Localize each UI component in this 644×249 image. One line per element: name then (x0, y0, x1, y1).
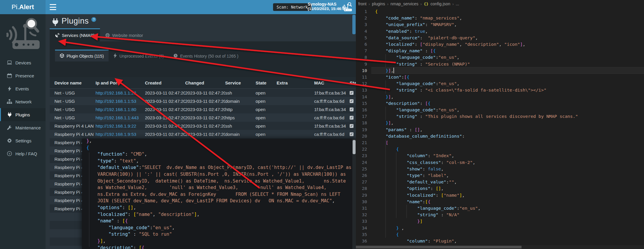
editor-code-line: "default_value":"", (375, 179, 457, 185)
breadcrumb-more[interactable]: ... (456, 1, 459, 6)
sidebar-item-maintenance[interactable]: Maintenance (0, 121, 46, 134)
table-row[interactable]: Net - USGhttp://192.168.1.1:4432023-03-1… (50, 113, 356, 122)
status-cell[interactable]: ✓ (350, 91, 356, 95)
column-header-created[interactable]: Created (145, 80, 185, 85)
column-header-status[interactable]: Status (350, 80, 356, 85)
globe-icon (105, 33, 110, 38)
indent-guide (406, 205, 407, 218)
breadcrumb-item[interactable]: nmap_services (390, 1, 418, 6)
editor-current-line-highlight (371, 67, 644, 74)
table-row[interactable]: Net - USGhttp://192.168.1.1:802023-03-11… (50, 105, 356, 113)
ip-port-link[interactable]: http://192.168.1.1:53 (96, 99, 136, 104)
gear-icon (7, 138, 12, 143)
tab-services-nmap[interactable]: Services (NMAP) (50, 28, 100, 41)
sidebar-item-presence[interactable]: Presence (0, 69, 46, 82)
status-checkbox[interactable]: ✓ (350, 132, 354, 136)
indent-guide (385, 80, 386, 94)
column-header-device-name[interactable]: Device name (54, 80, 96, 85)
subtab-events-history-50-out-of-1265[interactable]: Events History (50 out of 1265 ) (169, 50, 243, 61)
question-icon: ? (7, 151, 12, 156)
table-row[interactable]: Raspberry Pi 4 LANhttp://192.168.1.9:532… (50, 130, 356, 138)
hamburger-menu-icon[interactable] (50, 4, 56, 10)
column-header-changed[interactable]: Changed (185, 80, 225, 85)
column-header-service[interactable]: Service (225, 80, 256, 85)
editor-code-line: "database_column_definitions": (375, 133, 465, 140)
status-checkbox[interactable]: ✓ (350, 99, 354, 103)
column-header-ip-and-port[interactable]: Ip and Port (96, 80, 145, 85)
breadcrumb[interactable]: front›plugins›nmap_services›{}config.jso… (358, 0, 459, 8)
sql-code-popup[interactable]: },{ "function": "CMD", "type": "text", "… (82, 139, 356, 249)
line-number: 36 (356, 238, 367, 244)
indent-guide (385, 107, 386, 120)
status-cell[interactable]: ✓ (350, 124, 356, 128)
device-name-cell: Net - USG (54, 99, 96, 104)
status-cell[interactable]: ✓ (350, 108, 356, 111)
ip-port-link[interactable]: http://192.168.1.1:80 (96, 107, 136, 112)
line-number: 35 (356, 231, 367, 238)
table-row[interactable]: Net - USGhttp://192.168.1.1:222023-03-11… (50, 89, 356, 97)
column-header-extra[interactable]: Extra (277, 80, 314, 85)
tab-label: Services (NMAP) (62, 33, 95, 38)
app-vertical-scrollbar[interactable] (352, 15, 356, 34)
ip-port-link[interactable]: http://192.168.1.9:53 (96, 132, 136, 137)
changed-cell: 2023-03-11 02:47:20 (185, 132, 225, 137)
subtab-unprocessed-events-0[interactable]: Unprocessed Events (0) (109, 50, 169, 61)
line-number: 28 (356, 185, 367, 192)
line-number: 25 (356, 166, 367, 172)
status-checkbox[interactable]: ✓ (350, 91, 354, 95)
line-number: 7 (356, 48, 367, 54)
table-row[interactable]: Net - USGhttp://192.168.1.1:532023-03-11… (50, 97, 356, 105)
editor-hscrollbar-thumb[interactable] (356, 246, 522, 248)
ip-port-link[interactable]: http://192.168.1.1:22 (96, 90, 136, 95)
editor-code-line: }], (375, 94, 393, 100)
sidebar-item-events[interactable]: Events (0, 82, 46, 95)
status-checkbox[interactable]: ✓ (350, 116, 354, 120)
status-cell[interactable]: ✓ (350, 99, 356, 103)
status-checkbox[interactable]: ✓ (350, 108, 354, 111)
device-name-cell: Net - USG (54, 90, 96, 95)
column-header-state[interactable]: State (256, 80, 277, 85)
ip-port-link[interactable]: http://192.168.1.1:443 (96, 115, 139, 120)
brand-pre: Pi. (12, 3, 19, 11)
pialert-router-logo-icon (4, 17, 41, 53)
popup-scrollbar-thumb[interactable] (353, 140, 356, 154)
breadcrumb-item[interactable]: front (358, 1, 367, 6)
status-cell[interactable]: ✓ (350, 116, 356, 120)
column-header-mac[interactable]: MAC (314, 80, 350, 85)
sidebar-item-network[interactable]: Network (0, 95, 46, 108)
line-number: 27 (356, 179, 367, 185)
brand-logo[interactable]: Pi.Alert (0, 0, 46, 14)
line-number: 1 (356, 8, 367, 15)
sidebar-item-help-faq[interactable]: ?Help / FAQ (0, 147, 46, 160)
help-badge[interactable]: ? (91, 17, 96, 22)
editor-horizontal-scrollbar[interactable] (356, 245, 644, 249)
sidebar-item-label: Settings (15, 138, 31, 143)
status-checkbox[interactable]: ✓ (350, 124, 354, 128)
table-row[interactable]: Raspberry Pi 4 LANhttp://192.168.1.9:222… (50, 122, 356, 130)
ip-port-link[interactable]: http://192.168.1.9:22 (96, 123, 136, 128)
line-number: 22 (356, 146, 367, 152)
tab-website-monitor[interactable]: Website monitor (100, 28, 149, 41)
line-number: 20 (356, 133, 367, 139)
popup-scrollbar[interactable] (352, 139, 356, 249)
line-number: 13 (356, 87, 367, 93)
json-file-icon: {} (424, 2, 429, 6)
changed-cell: 2023-03-11 02:47:20 (185, 115, 225, 120)
editor-code-line: { (375, 8, 378, 15)
popup-code-line: ns.Extra as Extra, dv.dev_MAC as Foreign… (86, 191, 340, 198)
subtab-label: Unprocessed Events (0) (120, 54, 164, 58)
status-cell[interactable]: ✓ (350, 132, 356, 136)
popup-code-line: "description": [{ (86, 245, 144, 249)
sidebar-item-plugins[interactable]: Plugins (0, 108, 46, 121)
sidebar-item-devices[interactable]: Devices (0, 56, 46, 69)
breadcrumb-filename[interactable]: config.json (430, 1, 450, 6)
code-editor[interactable]: front›plugins›nmap_services›{}config.jso… (356, 0, 644, 249)
sidebar-item-settings[interactable]: Settings (0, 134, 46, 147)
device-name-cell: Net - USG (54, 115, 96, 120)
popup-code-line: Object_SecondaryID, datetime() as DateTi… (86, 178, 346, 185)
subtab-plugin-objects-115[interactable]: Plugin Objects (115) (55, 50, 109, 61)
editor-code-line: "string" : "This plugin shows all servic… (375, 113, 578, 120)
breadcrumb-item[interactable]: plugins (372, 1, 385, 6)
mac-cell: 1f:ba:ff:ca:ba:34 (314, 107, 350, 112)
popup-code-line: "language_code":"en_us", (86, 224, 175, 231)
